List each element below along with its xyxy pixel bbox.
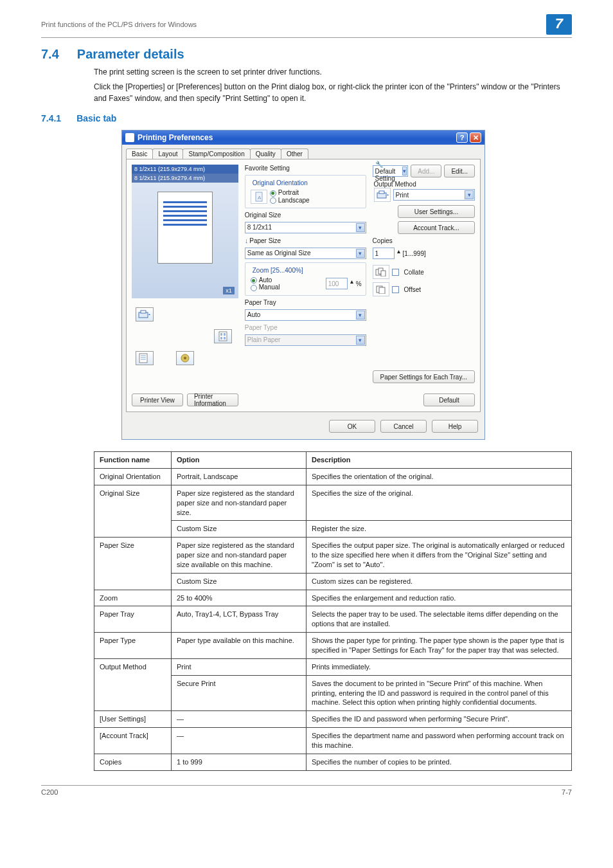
printer-properties-icon[interactable]	[136, 351, 154, 365]
favorite-edit-button[interactable]: Edit...	[444, 165, 475, 177]
ok-button[interactable]: OK	[329, 420, 375, 433]
table-cell-function: Paper Tray	[94, 606, 172, 633]
paper-size-select[interactable]: Same as Original Size▾	[245, 248, 366, 259]
section-number: 7.4	[41, 47, 59, 61]
table-cell-description: Prints immediately.	[306, 658, 572, 675]
th-function: Function name	[94, 452, 172, 469]
favorite-select[interactable]: 🔧 Default Setting▾	[373, 165, 409, 177]
zoom-value-input[interactable]: 100	[326, 278, 348, 289]
chevron-down-icon: ▾	[356, 336, 365, 345]
zoom-auto-radio[interactable]	[251, 277, 257, 284]
svg-rect-21	[379, 287, 385, 294]
zoom-title: Zoom [25...400%]	[251, 267, 305, 274]
svg-rect-3	[220, 333, 222, 336]
breadcrumb: Print functions of the PCL/PS drivers fo…	[41, 21, 197, 28]
table-cell-description: Specifies the enlargement and reduction …	[306, 590, 572, 606]
svg-rect-2	[219, 332, 227, 341]
table-cell-description: Custom sizes can be registered.	[306, 573, 572, 590]
table-cell-option: —	[172, 711, 306, 728]
footer-model: C200	[41, 788, 58, 796]
dialog-titlebar: Printing Preferences ? ✕	[122, 131, 484, 145]
table-cell-function: Copies	[94, 754, 172, 770]
landscape-label: Landscape	[278, 197, 310, 204]
copies-range: [1...999]	[403, 250, 426, 257]
landscape-radio[interactable]	[270, 197, 276, 204]
portrait-label: Portrait	[278, 189, 299, 196]
footer-page: 7-7	[562, 788, 572, 796]
printer-output-icon[interactable]	[136, 307, 154, 321]
section-heading: 7.4Parameter details	[41, 47, 572, 62]
table-cell-description: Specifies the orientation of the origina…	[306, 469, 572, 485]
table-cell-option: Custom Size	[172, 521, 306, 538]
collate-checkbox[interactable]	[392, 269, 399, 276]
help-button[interactable]: Help	[432, 420, 478, 433]
svg-rect-7	[139, 354, 147, 363]
account-track-button[interactable]: Account Track...	[398, 221, 475, 234]
copies-input[interactable]: 1	[373, 248, 395, 259]
user-settings-button[interactable]: User Settings...	[398, 205, 475, 218]
help-titlebar-button[interactable]: ?	[456, 132, 468, 143]
portrait-radio[interactable]	[270, 190, 276, 197]
printer-status-icon[interactable]	[176, 351, 194, 365]
output-method-select[interactable]: Print▾	[393, 189, 475, 201]
paper-tray-label: Paper Tray	[245, 299, 366, 306]
subsection-title: Basic tab	[76, 113, 116, 123]
layout-mode-icon[interactable]	[214, 329, 232, 343]
preview-pane: x1	[132, 183, 238, 298]
table-cell-option: 1 to 999	[172, 754, 306, 770]
table-cell-description: Saves the document to be printed in "Sec…	[306, 675, 572, 711]
svg-point-12	[184, 357, 186, 359]
tab-quality[interactable]: Quality	[250, 149, 281, 159]
svg-text:A: A	[258, 195, 262, 201]
offset-checkbox[interactable]	[392, 286, 399, 293]
tab-stamp[interactable]: Stamp/Composition	[182, 149, 250, 159]
spin-icon[interactable]: ▴	[350, 278, 353, 289]
zoom-percent: %	[356, 280, 362, 287]
original-size-value: 8 1/2x11	[247, 224, 272, 231]
chevron-down-icon: ▾	[356, 311, 365, 320]
table-cell-function: [User Settings]	[94, 711, 172, 728]
table-cell-option: Portrait, Landscape	[172, 469, 306, 485]
table-cell-function: Original Orientation	[94, 469, 172, 485]
output-printer-icon	[374, 188, 391, 202]
cancel-button[interactable]: Cancel	[380, 420, 427, 433]
output-method-value: Print	[396, 192, 409, 199]
collate-label: Collate	[404, 269, 424, 276]
table-cell-description: Register the size.	[306, 521, 572, 538]
tab-other[interactable]: Other	[281, 149, 308, 159]
table-cell-option: Paper type available on this machine.	[172, 633, 306, 659]
svg-rect-1	[141, 311, 146, 313]
printer-information-button[interactable]: Printer Information	[187, 393, 238, 406]
paper-settings-each-tray-button[interactable]: Paper Settings for Each Tray...	[373, 370, 475, 383]
preview-insize: 8 1/2x11 (215.9x279.4 mm)	[132, 174, 238, 183]
tab-basic[interactable]: Basic	[126, 149, 153, 159]
preview-sheet	[157, 192, 213, 264]
svg-rect-6	[224, 337, 226, 339]
divider	[41, 37, 572, 38]
table-cell-option: Print	[172, 658, 306, 675]
spin-icon[interactable]: ▴	[397, 248, 400, 259]
parameter-table: Function name Option Description Origina…	[94, 451, 572, 770]
table-cell-function: Zoom	[94, 590, 172, 606]
intro-para-1: The print setting screen is the screen t…	[94, 67, 572, 78]
intro-para-2: Click the [Properties] or [Preferences] …	[94, 82, 572, 104]
tab-layout[interactable]: Layout	[152, 149, 183, 159]
printer-view-button[interactable]: Printer View	[132, 393, 183, 406]
copies-label: Copies	[373, 237, 475, 244]
zoom-manual-label: Manual	[259, 284, 280, 291]
table-cell-option: Secure Print	[172, 675, 306, 711]
output-method-label: Output Method	[374, 181, 475, 188]
table-cell-description: Shows the paper type for printing. The p…	[306, 633, 572, 659]
original-size-select[interactable]: 8 1/2x11▾	[245, 222, 366, 233]
paper-tray-select[interactable]: Auto▾	[245, 309, 366, 321]
table-cell-option: Paper size registered as the standard pa…	[172, 485, 306, 521]
table-cell-function: Paper Type	[94, 633, 172, 659]
favorite-value: Default Setting	[375, 168, 396, 182]
default-button[interactable]: Default	[423, 393, 475, 406]
close-titlebar-button[interactable]: ✕	[470, 132, 481, 143]
table-cell-function: [Account Track]	[94, 728, 172, 754]
table-cell-option: Custom Size	[172, 573, 306, 590]
zoom-manual-radio[interactable]	[251, 285, 257, 291]
table-cell-option: 25 to 400%	[172, 590, 306, 606]
section-title: Parameter details	[77, 47, 184, 61]
